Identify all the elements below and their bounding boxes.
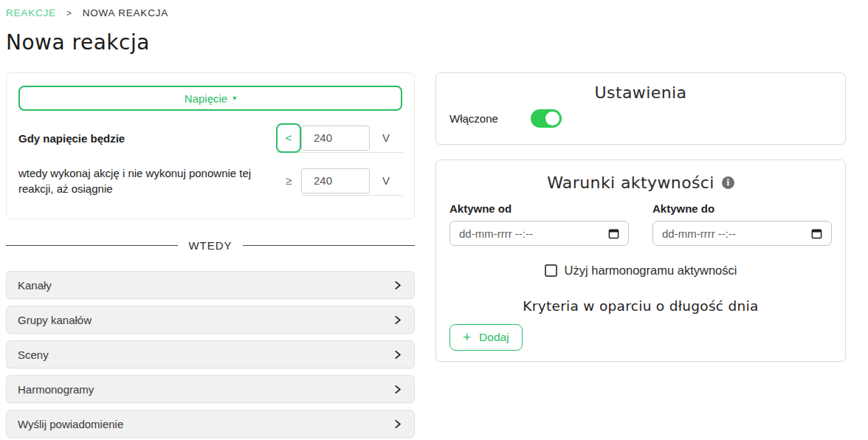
action-row-harmonogramy[interactable]: Harmonogramy <box>6 375 415 403</box>
schedule-checkbox-label[interactable]: Użyj harmonogramu aktywności <box>565 264 737 278</box>
chevron-right-icon <box>392 314 403 326</box>
action-row-label: Sceny <box>18 348 49 361</box>
active-to-placeholder: dd-mm-rrrr --:-- <box>662 227 736 240</box>
calendar-icon <box>608 228 619 239</box>
toggle-knob <box>545 111 559 126</box>
trigger-column: Napięcie ▾ Gdy napięcie będzie < V wtedy… <box>6 72 415 440</box>
action-row-grupy-kanalow[interactable]: Grupy kanałów <box>6 306 415 334</box>
chevron-right-icon <box>392 349 403 360</box>
info-icon[interactable]: i <box>722 176 734 189</box>
action-row-label: Wyślij powiadomienie <box>18 418 123 430</box>
settings-column: Ustawienia Włączone Warunki aktywności i… <box>435 72 846 362</box>
reset-input-group: ≥ V <box>276 166 402 196</box>
enabled-row: Włączone <box>450 109 832 128</box>
divider-line <box>6 245 178 246</box>
main-columns: Napięcie ▾ Gdy napięcie będzie < V wtedy… <box>6 72 846 440</box>
then-divider: WTEDY <box>6 239 415 252</box>
settings-card: Ustawienia Włączone <box>435 72 846 145</box>
reset-unit-label: V <box>370 174 402 187</box>
then-divider-label: WTEDY <box>188 239 232 252</box>
plus-icon: + <box>463 330 471 344</box>
active-to-label: Aktywne do <box>652 202 832 215</box>
condition-operator-button[interactable]: < <box>276 123 301 153</box>
trigger-type-button[interactable]: Napięcie ▾ <box>18 86 402 111</box>
action-row-sceny[interactable]: Sceny <box>6 340 415 368</box>
breadcrumb-link-reakcje[interactable]: REAKCJE <box>6 7 56 18</box>
condition-unit-label: V <box>370 131 402 144</box>
settings-title: Ustawienia <box>450 83 832 102</box>
add-button-label: Dodaj <box>479 331 509 344</box>
schedule-checkbox-row: Użyj harmonogramu aktywności <box>450 264 832 278</box>
active-to-field: Aktywne do dd-mm-rrrr --:-- <box>652 202 832 246</box>
active-from-input[interactable]: dd-mm-rrrr --:-- <box>450 221 629 246</box>
action-row-wyslij-powiadomienie[interactable]: Wyślij powiadomienie <box>6 410 415 438</box>
trigger-type-label: Napięcie <box>185 92 227 105</box>
divider-line <box>243 245 415 246</box>
active-from-label: Aktywne od <box>450 202 629 215</box>
reset-condition-label: wtedy wykonaj akcję i nie wykonuj ponown… <box>18 165 276 196</box>
action-list: Kanały Grupy kanałów Sceny Harmonogramy … <box>6 271 415 438</box>
enabled-toggle[interactable] <box>531 109 562 128</box>
condition-input-group: < V <box>276 123 402 153</box>
active-from-placeholder: dd-mm-rrrr --:-- <box>459 227 533 240</box>
reset-operator-button[interactable]: ≥ <box>276 166 301 196</box>
reset-condition-row: wtedy wykonaj akcję i nie wykonuj ponown… <box>18 165 402 196</box>
chevron-right-icon <box>392 280 403 291</box>
breadcrumb: REAKCJE > NOWA REAKCJA <box>6 7 846 18</box>
condition-row: Gdy napięcie będzie < V <box>18 123 402 153</box>
chevron-right-icon <box>392 419 403 430</box>
add-criteria-button[interactable]: + Dodaj <box>450 324 523 351</box>
chevron-down-icon: ▾ <box>232 94 236 102</box>
action-row-kanaly[interactable]: Kanały <box>6 271 415 299</box>
activity-title: Warunki aktywności <box>547 173 714 192</box>
breadcrumb-separator-icon: > <box>66 8 72 18</box>
chevron-right-icon <box>392 384 403 395</box>
activity-title-row: Warunki aktywności i <box>450 173 832 192</box>
page-title: Nowa reakcja <box>6 30 846 55</box>
enabled-label: Włączone <box>450 112 498 125</box>
trigger-card: Napięcie ▾ Gdy napięcie będzie < V wtedy… <box>6 72 415 219</box>
condition-label: Gdy napięcie będzie <box>18 131 276 146</box>
reset-value-input[interactable] <box>301 168 370 193</box>
condition-value-input[interactable] <box>301 126 370 151</box>
active-from-field: Aktywne od dd-mm-rrrr --:-- <box>450 202 629 246</box>
date-fields: Aktywne od dd-mm-rrrr --:-- Aktywne do d… <box>450 202 832 246</box>
calendar-icon <box>811 228 822 239</box>
action-row-label: Grupy kanałów <box>18 314 92 326</box>
day-length-title: Kryteria w oparciu o długość dnia <box>450 298 832 314</box>
breadcrumb-current: NOWA REAKCJA <box>83 7 168 18</box>
active-to-input[interactable]: dd-mm-rrrr --:-- <box>652 221 832 246</box>
page: REAKCJE > NOWA REAKCJA Nowa reakcja Napi… <box>0 0 868 440</box>
action-row-label: Harmonogramy <box>18 383 94 396</box>
activity-conditions-card: Warunki aktywności i Aktywne od dd-mm-rr… <box>435 159 846 362</box>
schedule-checkbox[interactable] <box>545 264 557 277</box>
action-row-label: Kanały <box>18 279 52 292</box>
